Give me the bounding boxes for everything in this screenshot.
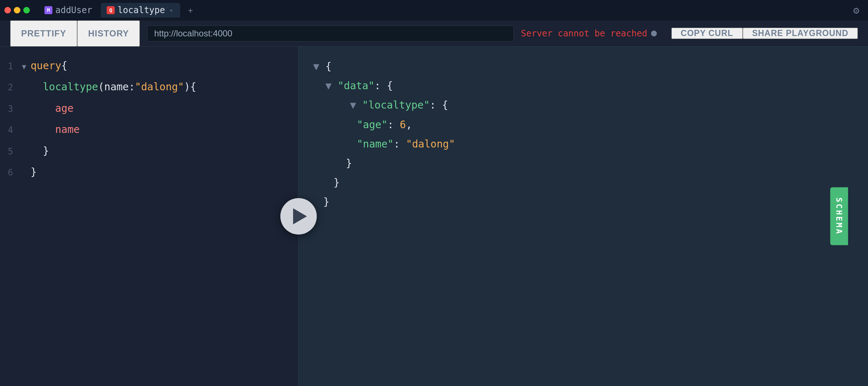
code-content-1: query{ [31, 57, 298, 75]
tab-label-adduser: addUser [55, 5, 92, 15]
line-num-3: 3 [0, 101, 22, 117]
line-num-6: 6 [0, 165, 22, 181]
play-icon [293, 208, 307, 224]
tab-adduser[interactable]: M addUser [39, 3, 98, 17]
close-button[interactable] [4, 7, 11, 13]
tab-close-localtype[interactable]: ✕ [168, 7, 174, 13]
code-line-5: 5 } [0, 141, 298, 162]
url-input[interactable] [147, 25, 513, 42]
resp-line-1: ▼ { [313, 57, 853, 76]
keyword-query: query [31, 60, 61, 72]
code-content-6: } [31, 163, 298, 181]
run-query-button[interactable] [280, 198, 317, 235]
code-content-4: name [31, 121, 298, 139]
code-line-3: 3 age [0, 98, 298, 119]
tab-icon-localtype: Q [107, 6, 115, 14]
main-content: 1 ▼ query{ 2 localtype(name:"dalong"){ 3 [0, 47, 868, 386]
resp-line-7: } [313, 173, 853, 192]
line-num-5: 5 [0, 144, 22, 159]
resp-line-8: } [313, 192, 853, 212]
title-bar: M addUser Q localtype ✕ + ⚙ [0, 0, 868, 20]
code-content-5: } [31, 142, 298, 160]
resp-line-4: "age" : 6 , [313, 115, 853, 134]
server-status-text: Server cannot be reached [521, 28, 647, 39]
line-num-2: 2 [0, 80, 22, 95]
resp-line-3: ▼ "localtype" : { [313, 95, 853, 115]
code-editor[interactable]: 1 ▼ query{ 2 localtype(name:"dalong"){ 3 [0, 55, 298, 183]
add-tab-button[interactable]: + [185, 4, 196, 16]
traffic-lights [4, 7, 30, 13]
resp-line-5: "name" : "dalong" [313, 134, 853, 154]
code-content-2: localtype(name:"dalong"){ [31, 78, 298, 96]
copy-curl-button[interactable]: COPY CURL [671, 28, 743, 39]
tab-label-localtype: localtype [118, 5, 165, 15]
history-button[interactable]: HISTORY [77, 20, 140, 47]
maximize-button[interactable] [23, 7, 30, 13]
share-playground-button[interactable]: SHARE PLAYGROUND [743, 28, 858, 39]
code-line-1: 1 ▼ query{ [0, 55, 298, 76]
code-line-4: 4 name [0, 119, 298, 140]
tab-icon-adduser: M [44, 6, 52, 14]
resp-line-2: ▼ "data" : { [313, 76, 853, 95]
server-status: Server cannot be reached [521, 28, 657, 39]
brace-open-1: { [61, 60, 67, 72]
minimize-button[interactable] [14, 7, 20, 13]
field-name: name [55, 123, 79, 135]
line-num-1: 1 [0, 59, 22, 74]
code-line-6: 6 } [0, 162, 298, 183]
code-line-2: 2 localtype(name:"dalong"){ [0, 76, 298, 98]
resp-line-6: } [313, 154, 853, 173]
toolbar: PRETTIFY HISTORY Server cannot be reache… [0, 20, 868, 47]
schema-tab[interactable]: SCHEMA [830, 187, 848, 245]
field-age: age [55, 102, 74, 114]
editor-panel[interactable]: 1 ▼ query{ 2 localtype(name:"dalong"){ 3 [0, 47, 299, 386]
prettify-button[interactable]: PRETTIFY [10, 20, 77, 47]
line-num-4: 4 [0, 122, 22, 138]
status-dot [651, 31, 657, 36]
fn-localtype: localtype [43, 81, 98, 93]
response-panel: ▼ { ▼ "data" : { ▼ "localtype" : { "age"… [299, 47, 868, 386]
line-arrow-1: ▼ [22, 60, 31, 73]
code-content-3: age [31, 99, 298, 118]
play-button-container [280, 198, 317, 235]
gear-icon[interactable]: ⚙ [853, 4, 859, 16]
tab-localtype[interactable]: Q localtype ✕ [101, 3, 180, 17]
response-code: ▼ { ▼ "data" : { ▼ "localtype" : { "age"… [313, 57, 853, 212]
